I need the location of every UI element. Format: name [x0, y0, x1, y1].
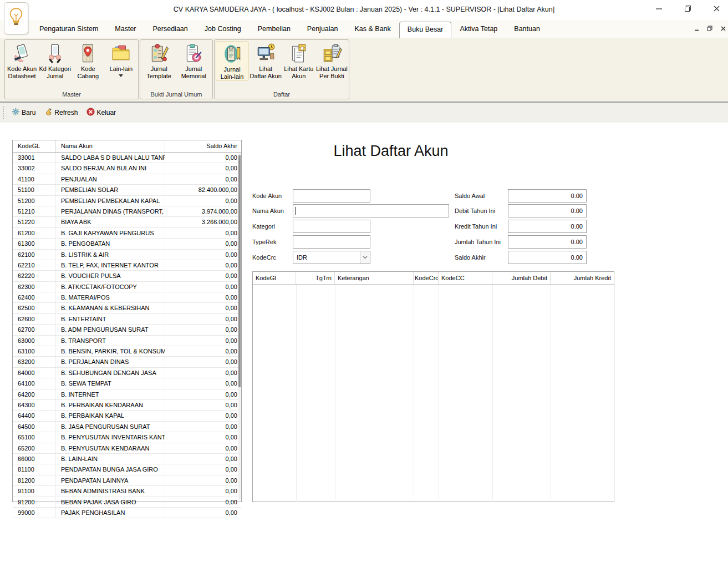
lain-lain-dropdown-button[interactable]: Lain-lain: [105, 41, 137, 77]
table-row[interactable]: 41100PENJUALAN0,00: [13, 174, 241, 185]
kodecrc-select[interactable]: IDR: [293, 251, 370, 264]
menu-kas-bank[interactable]: Kas & Bank: [346, 22, 399, 36]
table-row[interactable]: 63100B. BENSIN, PARKIR, TOL & KONSUMSI0,…: [13, 346, 241, 357]
jurnal-table-body[interactable]: [253, 285, 614, 502]
jumlah-tahun-ini-field[interactable]: 0.00: [508, 235, 587, 249]
table-row[interactable]: 61300B. PENGOBATAN0,00: [13, 239, 241, 249]
table-row[interactable]: 62500B. KEAMANAN & KEBERSIHAN0,00: [13, 303, 241, 313]
baru-button[interactable]: Baru: [9, 106, 38, 119]
table-row[interactable]: 62100B. LISTRIK & AIR0,00: [13, 250, 241, 260]
table-cell: 64200: [13, 389, 56, 399]
minimize-button[interactable]: [651, 3, 666, 16]
column-header-kodegl[interactable]: KodeGl: [253, 272, 296, 284]
saldo-awal-field[interactable]: 0.00: [508, 189, 587, 202]
table-cell: 61200: [13, 228, 56, 238]
table-row[interactable]: 63200B. PERJALANAN DINAS0,00: [13, 357, 241, 367]
table-row[interactable]: 62210B. TELP, FAX, INTERNET KANTOR0,00: [13, 260, 241, 271]
table-cell: 0,00: [165, 411, 241, 421]
table-row[interactable]: 66000B. LAIN-LAIN0,00: [13, 454, 241, 464]
column-header-keterangan[interactable]: Keterangan: [335, 272, 414, 284]
menu-master[interactable]: Master: [106, 22, 144, 36]
table-row[interactable]: 62400B. MATERAI/POS0,00: [13, 292, 241, 303]
kode-cabang-button[interactable]: Kode Cabang: [72, 41, 104, 84]
column-header-jumlah-debit[interactable]: Jumlah Debit: [492, 272, 551, 284]
table-row[interactable]: 33001SALDO LABA S D BULAN LALU TANP...0,…: [13, 153, 241, 163]
table-row[interactable]: 62220B. VOUCHER PULSA0,00: [13, 271, 241, 281]
table-row[interactable]: 64500B. JASA PENGURUSAN SURAT0,00: [13, 422, 241, 432]
table-row[interactable]: 81100PENDAPATAN BUNGA JASA GIRO0,00: [13, 464, 241, 475]
table-row[interactable]: 62700B. ADM PENGURUSAN SURAT0,00: [13, 325, 241, 335]
akun-table-scrollbar[interactable]: [238, 153, 241, 500]
table-row[interactable]: 64300B. PERBAIKAN KENDARAAN0,00: [13, 400, 241, 411]
kredit-tahun-ini-field[interactable]: 0.00: [508, 220, 587, 233]
app-menu-button[interactable]: [4, 2, 28, 34]
table-row[interactable]: 51200PEMBELIAN PEMBEKALAN KAPAL0,00: [13, 196, 241, 206]
column-header-saldo-akhir[interactable]: Saldo Akhir: [165, 140, 241, 152]
table-row[interactable]: 64200B. INTERNET0,00: [13, 389, 241, 400]
phone-datasheet-icon: [11, 42, 33, 64]
kd-kategori-jurnal-button[interactable]: Kd Kategori Jurnal: [39, 41, 71, 80]
table-row[interactable]: 61200B. GAJI KARYAWAN PENGURUS0,00: [13, 228, 241, 239]
column-separator: [439, 285, 439, 502]
table-cell: 3.266.000,00: [165, 217, 241, 227]
menu-penjualan[interactable]: Penjualan: [299, 22, 347, 36]
menu-persediaan[interactable]: Persediaan: [145, 22, 196, 36]
chevron-down-icon[interactable]: [360, 251, 370, 264]
jurnal-table-header: KodeGl TgTrn Keterangan KodeCrc KodeCC J…: [253, 272, 614, 285]
nama-akun-field[interactable]: [293, 204, 449, 217]
column-header-kodecrc[interactable]: KodeCrc: [414, 272, 439, 284]
table-row[interactable]: 65200B. PENYUSUTAN KENDARAAN0,00: [13, 443, 241, 454]
menu-buku-besar[interactable]: Buku Besar: [399, 22, 452, 38]
table-row[interactable]: 51210PERJALANAN DINAS (TRANSPORT, ..3.97…: [13, 206, 241, 217]
table-row[interactable]: 51100PEMBELIAN SOLAR82.400.000,00: [13, 185, 241, 195]
saldo-awal-label: Saldo Awal: [455, 193, 485, 199]
column-header-tgtrn[interactable]: TgTrn: [296, 272, 335, 284]
mdi-close-button[interactable]: [719, 24, 727, 32]
scrollbar-thumb[interactable]: [238, 155, 241, 387]
jurnal-lain-lain-button[interactable]: Jurnal Lain-lain: [216, 41, 249, 81]
table-row[interactable]: 62300B. ATK/CETAK/FOTOCOPY0,00: [13, 282, 241, 292]
kode-akun-datasheet-button[interactable]: Kode Akun Datasheet: [6, 41, 38, 80]
kode-akun-field[interactable]: [293, 189, 370, 202]
menu-pengaturan-sistem[interactable]: Pengaturan Sistem: [31, 22, 106, 36]
refresh-button[interactable]: Refresh: [42, 106, 80, 119]
column-header-kodecc[interactable]: KodeCC: [439, 272, 492, 284]
table-row[interactable]: 65100B. PENYUSUTAN INVENTARIS KANT...0,0…: [13, 432, 241, 443]
jurnal-memorial-button[interactable]: Jurnal Memorial: [177, 41, 210, 80]
restore-button[interactable]: [680, 3, 695, 16]
table-row[interactable]: 51220BIAYA ABK3.266.000,00: [13, 217, 241, 227]
table-row[interactable]: 64400B. PERBAIKAN KAPAL0,00: [13, 411, 241, 421]
table-row[interactable]: 81200PENDAPATAN LAINNYA0,00: [13, 475, 241, 486]
table-row[interactable]: 91100BEBAN ADMINISTRASI BANK0,00: [13, 486, 241, 497]
table-row[interactable]: 62600B. ENTERTAINT0,00: [13, 314, 241, 325]
menu-aktiva-tetap[interactable]: Aktiva Tetap: [451, 22, 506, 36]
table-row[interactable]: 99000PAJAK PENGHASILAN0,00: [13, 508, 241, 518]
table-cell: 62700: [13, 325, 56, 335]
menu-job-costing[interactable]: Job Costing: [196, 22, 250, 36]
table-row[interactable]: 64000B. SEHUBUNGAN DENGAN JASA0,00: [13, 368, 241, 378]
column-header-nama-akun[interactable]: Nama Akun: [56, 140, 165, 152]
typerek-field[interactable]: [293, 235, 370, 249]
table-row[interactable]: 64100B. SEWA TEMPAT0,00: [13, 378, 241, 389]
table-row[interactable]: 91200BEBAN PAJAK JASA GIRO0,00: [13, 497, 241, 508]
table-cell: B. PENYUSUTAN KENDARAAN: [56, 443, 165, 453]
saldo-akhir-field[interactable]: 0.00: [508, 251, 587, 264]
mdi-minimize-button[interactable]: [693, 24, 700, 32]
lihat-daftar-akun-button[interactable]: Lihat Daftar Akun: [250, 41, 282, 80]
close-button[interactable]: [709, 3, 724, 16]
jurnal-template-button[interactable]: Jurnal Template: [143, 41, 175, 80]
debit-tahun-ini-field[interactable]: 0.00: [508, 204, 587, 217]
mdi-restore-button[interactable]: [706, 24, 714, 32]
kategori-field[interactable]: [293, 220, 370, 233]
lihat-kartu-akun-button[interactable]: Lihat Kartu Akun: [283, 41, 315, 80]
titlebar: CV KARYA SAMUDERA JAYA - ( localhost - K…: [0, 0, 728, 20]
column-header-kodegl[interactable]: KodeGL: [13, 140, 56, 152]
column-header-jumlah-kredit[interactable]: Jumlah Kredit: [551, 272, 614, 284]
table-row[interactable]: 33002SALDO BERJALAN BULAN INI0,00: [13, 163, 241, 174]
menu-bantuan[interactable]: Bantuan: [506, 22, 548, 36]
toolbar-grip[interactable]: [3, 107, 6, 119]
keluar-button[interactable]: Keluar: [84, 106, 119, 119]
table-row[interactable]: 63000B. TRANSPORT0,00: [13, 336, 241, 346]
menu-pembelian[interactable]: Pembelian: [250, 22, 299, 36]
lihat-jurnal-per-bukti-button[interactable]: Lihat Jurnal Per Bukti: [315, 41, 348, 80]
